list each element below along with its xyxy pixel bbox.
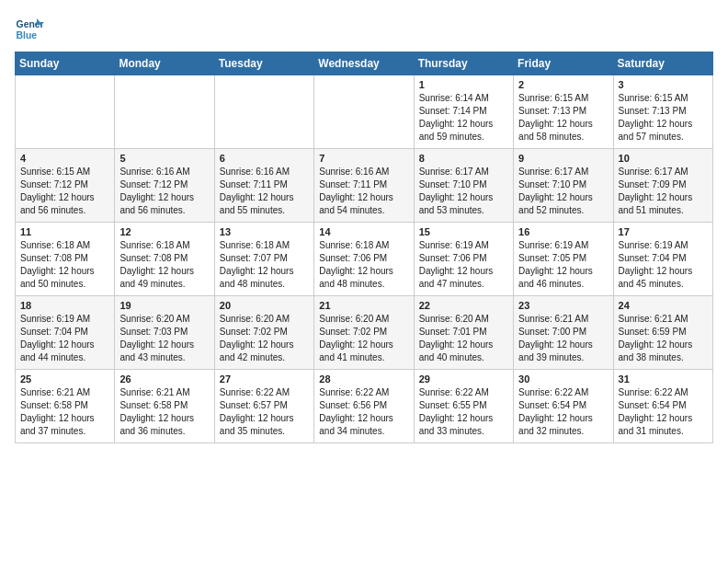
calendar-cell: 20Sunrise: 6:20 AM Sunset: 7:02 PM Dayli… — [214, 296, 313, 370]
calendar-week-2: 4Sunrise: 6:15 AM Sunset: 7:12 PM Daylig… — [16, 149, 713, 223]
cell-info: Sunrise: 6:21 AM Sunset: 7:00 PM Dayligh… — [518, 313, 608, 364]
calendar-cell: 22Sunrise: 6:20 AM Sunset: 7:01 PM Dayli… — [414, 296, 513, 370]
calendar-cell: 25Sunrise: 6:21 AM Sunset: 6:58 PM Dayli… — [16, 370, 115, 443]
calendar-cell: 11Sunrise: 6:18 AM Sunset: 7:08 PM Dayli… — [16, 223, 115, 296]
calendar-week-1: 1Sunrise: 6:14 AM Sunset: 7:14 PM Daylig… — [16, 75, 713, 149]
calendar-cell: 18Sunrise: 6:19 AM Sunset: 7:04 PM Dayli… — [16, 296, 115, 370]
cell-info: Sunrise: 6:16 AM Sunset: 7:12 PM Dayligh… — [119, 166, 209, 217]
day-number: 22 — [419, 300, 508, 311]
cell-info: Sunrise: 6:18 AM Sunset: 7:06 PM Dayligh… — [319, 239, 408, 291]
calendar-cell: 8Sunrise: 6:17 AM Sunset: 7:10 PM Daylig… — [414, 149, 513, 223]
calendar-cell: 14Sunrise: 6:18 AM Sunset: 7:06 PM Dayli… — [314, 223, 414, 296]
cell-info: Sunrise: 6:22 AM Sunset: 6:56 PM Dayligh… — [319, 386, 408, 438]
cell-info: Sunrise: 6:21 AM Sunset: 6:58 PM Dayligh… — [119, 386, 209, 438]
cell-info: Sunrise: 6:18 AM Sunset: 7:08 PM Dayligh… — [20, 239, 109, 291]
calendar-cell: 15Sunrise: 6:19 AM Sunset: 7:06 PM Dayli… — [414, 223, 513, 296]
calendar-cell: 17Sunrise: 6:19 AM Sunset: 7:04 PM Dayli… — [613, 223, 712, 296]
day-header-wednesday: Wednesday — [314, 52, 414, 75]
svg-text:Blue: Blue — [17, 30, 38, 40]
day-header-tuesday: Tuesday — [214, 52, 313, 75]
calendar-cell: 27Sunrise: 6:22 AM Sunset: 6:57 PM Dayli… — [214, 370, 313, 443]
day-number: 27 — [220, 373, 309, 385]
day-number: 11 — [20, 226, 109, 237]
calendar-cell: 24Sunrise: 6:21 AM Sunset: 6:59 PM Dayli… — [613, 296, 712, 370]
day-number: 9 — [518, 153, 608, 164]
day-number: 16 — [518, 226, 608, 237]
cell-info: Sunrise: 6:15 AM Sunset: 7:12 PM Dayligh… — [20, 166, 109, 217]
cell-info: Sunrise: 6:19 AM Sunset: 7:04 PM Dayligh… — [619, 239, 708, 291]
calendar-cell: 10Sunrise: 6:17 AM Sunset: 7:09 PM Dayli… — [613, 149, 712, 223]
day-number: 12 — [119, 226, 209, 237]
cell-info: Sunrise: 6:17 AM Sunset: 7:10 PM Dayligh… — [419, 166, 508, 217]
cell-info: Sunrise: 6:18 AM Sunset: 7:07 PM Dayligh… — [220, 239, 309, 291]
calendar-cell: 21Sunrise: 6:20 AM Sunset: 7:02 PM Dayli… — [314, 296, 414, 370]
cell-info: Sunrise: 6:20 AM Sunset: 7:02 PM Dayligh… — [319, 313, 408, 364]
cell-info: Sunrise: 6:21 AM Sunset: 6:59 PM Dayligh… — [619, 313, 708, 364]
day-number: 29 — [419, 373, 508, 385]
day-number: 6 — [220, 153, 309, 164]
day-number: 19 — [119, 300, 209, 311]
calendar-week-5: 25Sunrise: 6:21 AM Sunset: 6:58 PM Dayli… — [16, 370, 713, 443]
calendar-cell: 3Sunrise: 6:15 AM Sunset: 7:13 PM Daylig… — [613, 75, 712, 149]
calendar-cell: 12Sunrise: 6:18 AM Sunset: 7:08 PM Dayli… — [115, 223, 214, 296]
day-number: 30 — [518, 373, 608, 385]
cell-info: Sunrise: 6:19 AM Sunset: 7:05 PM Dayligh… — [518, 239, 608, 291]
day-number: 4 — [20, 153, 109, 164]
cell-info: Sunrise: 6:20 AM Sunset: 7:01 PM Dayligh… — [419, 313, 508, 364]
day-number: 17 — [619, 226, 708, 237]
day-number: 7 — [319, 153, 408, 164]
day-number: 25 — [20, 373, 109, 385]
day-number: 23 — [518, 300, 608, 311]
page-header: General Blue — [15, 15, 713, 44]
day-number: 26 — [119, 373, 209, 385]
day-number: 28 — [319, 373, 408, 385]
day-number: 20 — [220, 300, 309, 311]
day-number: 1 — [419, 79, 508, 90]
cell-info: Sunrise: 6:17 AM Sunset: 7:10 PM Dayligh… — [518, 166, 608, 217]
cell-info: Sunrise: 6:19 AM Sunset: 7:06 PM Dayligh… — [419, 239, 508, 291]
calendar-cell — [214, 75, 313, 149]
logo: General Blue — [15, 15, 44, 44]
day-number: 13 — [220, 226, 309, 237]
cell-info: Sunrise: 6:15 AM Sunset: 7:13 PM Dayligh… — [619, 92, 708, 144]
day-number: 31 — [619, 373, 708, 385]
calendar-cell: 7Sunrise: 6:16 AM Sunset: 7:11 PM Daylig… — [314, 149, 414, 223]
day-number: 21 — [319, 300, 408, 311]
day-header-thursday: Thursday — [414, 52, 513, 75]
cell-info: Sunrise: 6:16 AM Sunset: 7:11 PM Dayligh… — [319, 166, 408, 217]
day-number: 24 — [619, 300, 708, 311]
calendar-cell: 28Sunrise: 6:22 AM Sunset: 6:56 PM Dayli… — [314, 370, 414, 443]
cell-info: Sunrise: 6:14 AM Sunset: 7:14 PM Dayligh… — [419, 92, 508, 144]
cell-info: Sunrise: 6:16 AM Sunset: 7:11 PM Dayligh… — [220, 166, 309, 217]
calendar-cell: 5Sunrise: 6:16 AM Sunset: 7:12 PM Daylig… — [115, 149, 214, 223]
calendar-cell: 23Sunrise: 6:21 AM Sunset: 7:00 PM Dayli… — [514, 296, 613, 370]
calendar-cell: 29Sunrise: 6:22 AM Sunset: 6:55 PM Dayli… — [414, 370, 513, 443]
calendar-table: SundayMondayTuesdayWednesdayThursdayFrid… — [15, 52, 713, 443]
logo-icon: General Blue — [15, 15, 44, 44]
calendar-cell: 1Sunrise: 6:14 AM Sunset: 7:14 PM Daylig… — [414, 75, 513, 149]
day-number: 2 — [518, 79, 608, 90]
cell-info: Sunrise: 6:19 AM Sunset: 7:04 PM Dayligh… — [20, 313, 109, 364]
calendar-cell: 26Sunrise: 6:21 AM Sunset: 6:58 PM Dayli… — [115, 370, 214, 443]
calendar-cell: 2Sunrise: 6:15 AM Sunset: 7:13 PM Daylig… — [514, 75, 613, 149]
cell-info: Sunrise: 6:22 AM Sunset: 6:54 PM Dayligh… — [518, 386, 608, 438]
day-header-friday: Friday — [514, 52, 613, 75]
cell-info: Sunrise: 6:18 AM Sunset: 7:08 PM Dayligh… — [119, 239, 209, 291]
cell-info: Sunrise: 6:15 AM Sunset: 7:13 PM Dayligh… — [518, 92, 608, 144]
calendar-cell: 13Sunrise: 6:18 AM Sunset: 7:07 PM Dayli… — [214, 223, 313, 296]
cell-info: Sunrise: 6:22 AM Sunset: 6:57 PM Dayligh… — [220, 386, 309, 438]
calendar-cell: 6Sunrise: 6:16 AM Sunset: 7:11 PM Daylig… — [214, 149, 313, 223]
calendar-cell: 16Sunrise: 6:19 AM Sunset: 7:05 PM Dayli… — [514, 223, 613, 296]
cell-info: Sunrise: 6:17 AM Sunset: 7:09 PM Dayligh… — [619, 166, 708, 217]
cell-info: Sunrise: 6:22 AM Sunset: 6:54 PM Dayligh… — [619, 386, 708, 438]
cell-info: Sunrise: 6:20 AM Sunset: 7:03 PM Dayligh… — [119, 313, 209, 364]
day-header-sunday: Sunday — [16, 52, 115, 75]
calendar-cell: 19Sunrise: 6:20 AM Sunset: 7:03 PM Dayli… — [115, 296, 214, 370]
day-number: 10 — [619, 153, 708, 164]
calendar-cell: 4Sunrise: 6:15 AM Sunset: 7:12 PM Daylig… — [16, 149, 115, 223]
calendar-week-3: 11Sunrise: 6:18 AM Sunset: 7:08 PM Dayli… — [16, 223, 713, 296]
day-header-saturday: Saturday — [613, 52, 712, 75]
calendar-cell — [115, 75, 214, 149]
calendar-week-4: 18Sunrise: 6:19 AM Sunset: 7:04 PM Dayli… — [16, 296, 713, 370]
day-number: 18 — [20, 300, 109, 311]
